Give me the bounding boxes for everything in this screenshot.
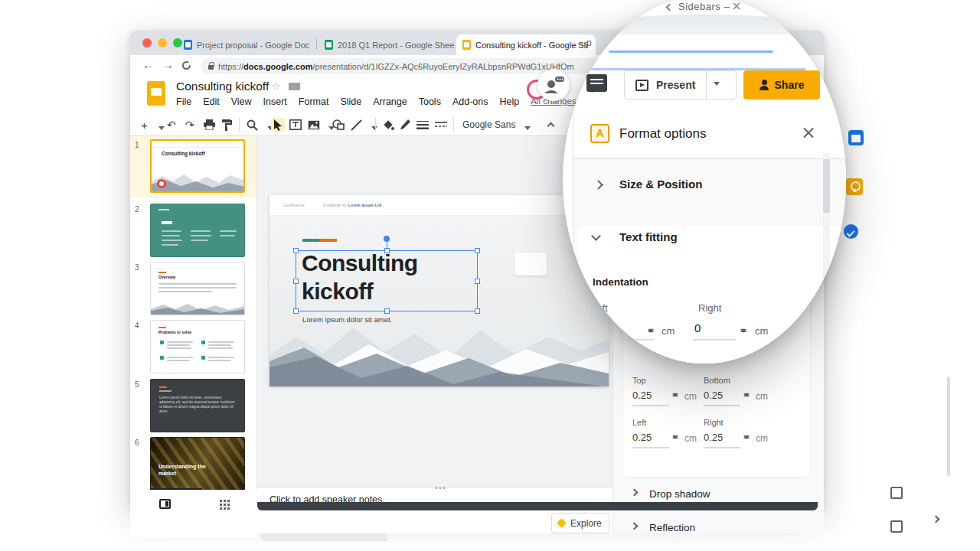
slide-thumbnail-3[interactable]: Overview [150, 262, 245, 315]
border-color-icon[interactable] [400, 118, 410, 132]
indent-right-label: Right [698, 302, 721, 314]
indentation-heading: Indentation [593, 276, 648, 288]
font-dropdown-icon[interactable] [524, 126, 531, 133]
spinner-icon[interactable] [672, 390, 678, 400]
select-tool-icon[interactable] [271, 118, 285, 132]
slide-number: 4 [135, 321, 139, 330]
keep-icon[interactable] [846, 178, 863, 195]
collapse-panel-icon[interactable] [933, 516, 940, 523]
chevron-left-icon[interactable] [665, 4, 673, 11]
paint-format-icon[interactable] [222, 118, 233, 132]
spinner-icon[interactable] [743, 390, 750, 400]
input-underline [693, 339, 736, 341]
input-underline [704, 405, 740, 406]
chevron-right-icon[interactable] [593, 180, 603, 190]
explore-icon [557, 518, 567, 528]
redo-icon[interactable]: ↷ [185, 118, 194, 132]
tasks-icon[interactable] [844, 224, 858, 239]
notes-drag-handle[interactable]: ••• [435, 484, 446, 492]
reflection-checkbox[interactable] [890, 520, 903, 533]
line-tool-icon[interactable] [351, 118, 362, 132]
chevron-down-icon[interactable] [591, 231, 601, 241]
padding-right-value[interactable]: 0.25 [704, 432, 723, 443]
present-divider [706, 71, 707, 99]
slide-thumbnail-6[interactable]: Understanding the market [150, 437, 245, 490]
reflection-row[interactable]: Reflection [613, 520, 825, 543]
text-box-icon[interactable] [289, 118, 302, 132]
resize-handle-nw[interactable] [293, 248, 299, 253]
resize-handle-ne[interactable] [475, 248, 480, 253]
drop-shadow-checkbox[interactable] [890, 487, 903, 499]
resize-handle-w[interactable] [293, 279, 299, 284]
padding-top-value[interactable]: 0.25 [632, 390, 652, 401]
format-options-header-magnified: A Format options [573, 111, 846, 159]
resize-handle-s[interactable] [384, 308, 390, 314]
spinner-icon[interactable] [743, 432, 750, 442]
calendar-icon[interactable] [848, 130, 864, 145]
presenter-avatar-button[interactable] [537, 69, 570, 101]
text-fitting-row[interactable]: Text fitting [619, 230, 678, 243]
fill-color-icon[interactable] [383, 118, 394, 132]
filmstrip-row-3: 3 Overview [130, 259, 257, 318]
zoom-icon[interactable] [247, 118, 258, 132]
line-dash-icon[interactable] [435, 118, 447, 132]
line-weight-icon[interactable] [416, 118, 429, 132]
text-box-selection[interactable] [296, 250, 478, 311]
resize-handle-e[interactable] [475, 279, 480, 284]
accent-bar-green [302, 239, 319, 242]
reflection-label: Reflection [649, 522, 695, 533]
comment-icon[interactable] [586, 74, 607, 92]
slide-number: 5 [135, 380, 139, 389]
resize-handle-se[interactable] [475, 308, 480, 314]
new-slide-dropdown-icon[interactable] [158, 126, 165, 133]
insert-image-icon[interactable] [308, 118, 320, 132]
close-icon[interactable] [733, 2, 742, 10]
slide-number: 1 [135, 141, 139, 149]
close-panel-icon[interactable] [803, 127, 814, 138]
slide-thumbnail-1[interactable]: Consulting kickoff [150, 139, 245, 193]
thumb-title: Understanding the market [158, 464, 212, 477]
collapse-toolbar-icon[interactable] [547, 122, 555, 130]
window-bottom-edge [257, 502, 818, 510]
filmstrip-view-icon[interactable] [159, 499, 171, 509]
chevron-right-icon[interactable] [631, 523, 639, 530]
resize-handle-sw[interactable] [293, 308, 299, 314]
font-family-select[interactable]: Google Sans [462, 118, 515, 132]
padding-left-value[interactable]: 0.25 [632, 432, 652, 443]
input-underline [632, 405, 669, 406]
slide-thumbnail-4[interactable]: Problems to solve [150, 320, 245, 373]
rotation-stem [387, 242, 388, 250]
slide-number: 6 [135, 439, 139, 447]
spinner-icon[interactable] [740, 325, 746, 336]
present-button[interactable]: Present [624, 70, 737, 99]
share-button[interactable]: Share [743, 70, 820, 99]
current-slide[interactable]: Conference A webinar by Lorem Ipsum Ltd … [270, 195, 609, 386]
input-underline [632, 447, 669, 448]
present-label: Present [656, 79, 695, 91]
padding-bottom-value[interactable]: 0.25 [704, 390, 723, 401]
slide-thumbnail-5[interactable]: Lorem ipsum dolor sit amet, consectetur … [150, 379, 245, 432]
panel-scrollbar-magnified[interactable] [823, 153, 830, 352]
undo-icon[interactable]: ↶ [167, 118, 176, 132]
size-position-row[interactable]: Size & Position [619, 178, 702, 191]
slide-filmstrip: 1 Consulting kickoff 2 [130, 136, 257, 490]
window-bottom-edge-left [260, 533, 387, 541]
explore-button[interactable]: Explore [551, 513, 609, 533]
print-icon[interactable] [204, 118, 215, 132]
rotation-handle[interactable] [384, 236, 390, 242]
shape-tool-icon[interactable] [332, 118, 345, 132]
header-actions: Present Share [130, 31, 824, 113]
spinner-icon[interactable] [672, 432, 678, 442]
grid-view-icon[interactable] [219, 499, 230, 510]
spinner-icon[interactable] [648, 325, 654, 336]
padding-top-label: Top [632, 376, 646, 385]
chevron-right-icon[interactable] [631, 489, 639, 497]
indent-right-value[interactable]: 0 [694, 321, 701, 334]
mountains-image [270, 314, 609, 386]
slide-number: 3 [135, 263, 139, 272]
panel-scrollbar[interactable] [947, 377, 950, 476]
present-dropdown-icon[interactable] [714, 82, 720, 89]
new-slide-button[interactable]: + [141, 118, 148, 132]
slide-thumbnail-2[interactable] [150, 204, 245, 257]
line-dropdown-icon[interactable] [371, 126, 377, 133]
